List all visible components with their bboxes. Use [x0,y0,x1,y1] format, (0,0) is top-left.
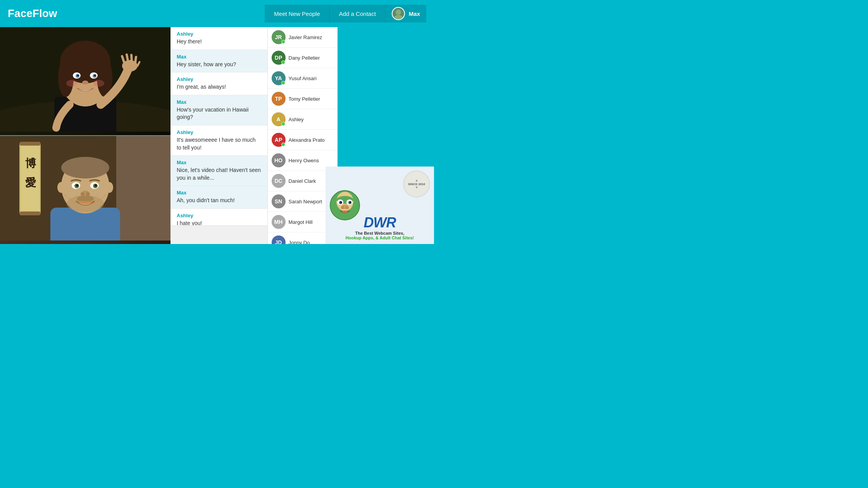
contact-item[interactable]: YAYusuf Ansari [268,68,338,89]
dwr-advertisement[interactable]: ★ SINCE 2010 ★ DWR The Best Webcam Sites… [326,167,434,244]
online-indicator [281,143,285,146]
svg-point-8 [58,58,74,97]
message-text: Nice, let's video chat! Haven't seen you… [177,167,261,182]
contact-name: Jonny Do [289,240,310,244]
contact-name: Alexandra Prato [289,137,325,143]
message-text: Hey sister, how are you? [177,61,261,69]
contact-avatar: DC [272,174,286,188]
svg-point-23 [66,80,77,87]
svg-point-49 [105,182,113,193]
chat-message: MaxNice, let's video chat! Haven't seen … [170,156,267,186]
svg-point-57 [340,201,342,203]
message-sender: Ashley [177,76,261,82]
nav-buttons: Meet New People Add a Contact Max [265,5,426,22]
dwr-tagline1: The Best Webcam Sites, [355,231,405,235]
svg-point-15 [94,75,96,77]
message-sender: Max [177,99,261,105]
svg-line-19 [127,55,128,61]
chat-messages: AshleyHey there!MaxHey sister, how are y… [170,27,267,225]
video-panel: 博 愛 [0,27,170,244]
svg-point-36 [61,157,109,179]
svg-point-38 [77,196,94,202]
message-sender: Max [177,160,261,165]
add-contact-button[interactable]: Add a Contact [330,5,386,22]
message-text: How's your vacation in Hawaii going? [177,106,261,121]
contact-name: Ashley [289,117,304,122]
contact-avatar: SN [272,194,286,208]
svg-text:博: 博 [25,157,36,169]
svg-point-14 [77,75,79,77]
svg-point-46 [81,192,84,196]
contact-item[interactable]: TPTomy Pelletier [268,89,338,109]
message-sender: Ashley [177,213,261,218]
svg-rect-26 [116,136,170,241]
online-indicator [281,122,285,126]
message-text: Hey there! [177,38,261,46]
svg-rect-31 [19,142,41,146]
contact-item[interactable]: APAlexandra Prato [268,130,338,150]
svg-rect-32 [19,211,41,215]
contact-name: Dany Pelletier [289,55,320,61]
svg-line-21 [135,57,136,63]
contact-avatar: HO [272,153,286,167]
svg-point-58 [350,201,351,203]
contact-name: Tomy Pelletier [289,96,320,102]
svg-point-61 [346,206,349,209]
svg-point-43 [76,184,78,187]
message-text: I hate you! [177,220,261,225]
chat-input-area[interactable] [170,225,267,244]
svg-point-60 [341,206,344,209]
dwr-since-badge: ★ SINCE 2010 ★ [403,170,430,198]
message-sender: Max [177,54,261,60]
header: FaceFlow Meet New People Add a Contact M… [0,0,434,27]
chat-message: AshleyIt's awesomeeee I have so much to … [170,125,267,156]
chat-message: MaxHow's your vacation in Hawaii going? [170,95,267,125]
svg-point-48 [57,182,65,193]
dwr-mascot-image [329,190,360,221]
chat-message: AshleyHey there! [170,27,267,50]
message-sender: Ashley [177,129,261,135]
online-indicator [281,60,285,64]
message-sender: Ashley [177,31,261,37]
contact-name: Yusuf Ansari [289,76,317,81]
user-name: Max [409,10,420,17]
app-logo: FaceFlow [8,7,265,20]
contact-item[interactable]: DPDany Pelletier [268,48,338,68]
contact-name: Sarah Newport [289,199,322,204]
contact-avatar: JD [272,235,286,244]
dwr-since-text: SINCE 2010 [408,182,425,186]
svg-line-20 [131,55,132,61]
user-avatar [392,7,405,20]
contact-name: Margot Hill [289,219,313,225]
contact-item[interactable]: JRJavier Ramirez [268,27,338,48]
dwr-tagline2: Hookup Apps, & Adult Chat Sites! [346,235,414,240]
contact-name: Daniel Clark [289,178,316,184]
svg-point-16 [82,81,88,84]
user-menu[interactable]: Max [386,5,426,22]
svg-text:愛: 愛 [25,177,36,189]
online-indicator [281,40,285,44]
chat-message: MaxHey sister, how are you? [170,50,267,73]
message-sender: Max [177,190,261,196]
chat-message: MaxAh, you didn't tan much! [170,186,267,209]
contact-avatar: MH [272,215,286,229]
contact-item[interactable]: AAshley [268,109,338,130]
local-video: 博 愛 [0,136,170,244]
svg-point-24 [93,80,104,87]
message-text: Ah, you didn't tan much! [177,197,261,204]
meet-new-people-button[interactable]: Meet New People [265,5,329,22]
svg-point-0 [396,9,401,15]
message-text: It's awesomeeee I have so much to tell y… [177,136,261,151]
contact-name: Javier Ramirez [289,34,322,40]
remote-video [0,27,170,136]
svg-point-47 [86,192,90,196]
svg-point-1 [394,15,403,20]
chat-panel: AshleyHey there!MaxHey sister, how are y… [170,27,268,244]
contact-avatar: TP [272,92,286,106]
chat-message: AshleyI hate you! [170,209,267,225]
chat-input[interactable] [175,229,263,241]
svg-point-44 [95,184,97,187]
contact-name: Henry Owens [289,158,319,163]
dwr-logo: DWR [364,215,396,231]
chat-message: AshleyI'm great, as always! [170,72,267,95]
